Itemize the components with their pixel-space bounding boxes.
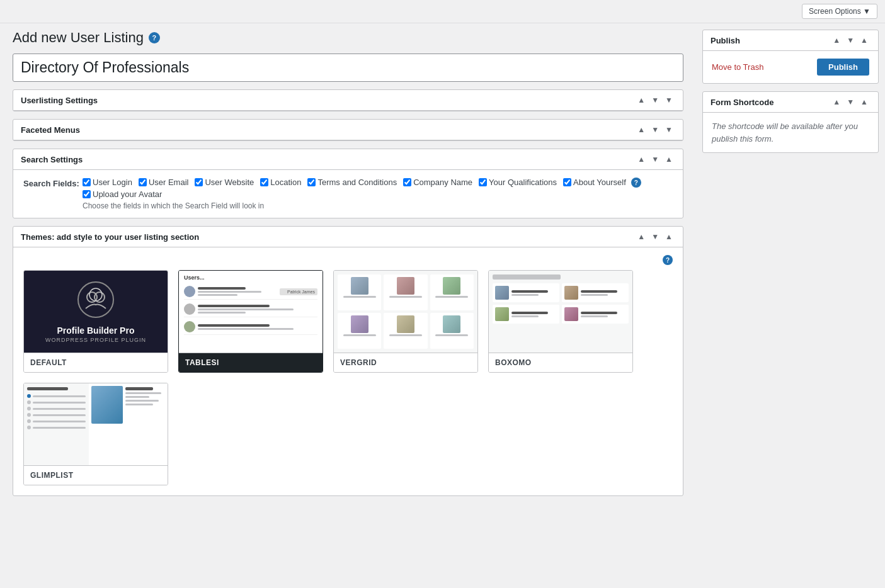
themes-toggle-btn[interactable]: ▲ [663, 232, 675, 242]
listing-title-input[interactable] [13, 54, 683, 82]
search-field-user-website[interactable]: User Website [195, 178, 254, 187]
themes-collapse-up-btn[interactable]: ▲ [635, 232, 648, 242]
publish-metabox-header[interactable]: Publish ▲ ▼ ▲ [703, 30, 878, 51]
theme-label-glimplist: GLIMPLIST [24, 465, 168, 485]
tablesi-header: Users... [184, 274, 317, 281]
userlisting-collapse-down-btn[interactable]: ▼ [649, 95, 661, 105]
shortcode-collapse-down-btn[interactable]: ▼ [844, 97, 857, 107]
default-preview-text: Profile Builder Pro [57, 325, 135, 336]
search-toggle-btn[interactable]: ▲ [663, 154, 675, 164]
search-field-user-login[interactable]: User Login [83, 178, 132, 187]
publish-collapse-up-btn[interactable]: ▲ [830, 35, 843, 45]
search-field-about-yourself[interactable]: About Yourself [563, 178, 626, 187]
theme-label-tablesi: TABLESI [179, 353, 323, 372]
faceted-toggle-btn[interactable]: ▼ [663, 125, 675, 135]
theme-card-glimplist[interactable]: GLIMPLIST [23, 383, 168, 485]
boxomo-header-bar [493, 274, 561, 280]
search-field-terms-checkbox[interactable] [307, 178, 316, 186]
boxomo-photo-1 [495, 286, 509, 300]
search-settings-title: Search Settings [21, 155, 635, 164]
themes-help-icon[interactable]: ? [663, 255, 673, 265]
vergrid-photo-4 [351, 315, 368, 333]
theme-label-default: DEFAULT [24, 353, 168, 372]
vergrid-grid-preview [334, 271, 477, 353]
themes-grid: Profile Builder Pro WORDPRESS PROFILE PL… [23, 270, 673, 485]
vergrid-card-6 [430, 313, 474, 349]
boxomo-card-1 [493, 283, 559, 302]
search-collapse-up-btn[interactable]: ▲ [635, 154, 648, 164]
search-field-upload-avatar-checkbox[interactable] [83, 190, 91, 198]
boxomo-name-4 [581, 312, 617, 314]
publish-metabox-title: Publish [711, 36, 830, 45]
search-field-qualifications[interactable]: Your Qualifications [479, 178, 557, 187]
search-field-location-checkbox[interactable] [260, 178, 268, 186]
themes-collapse-down-btn[interactable]: ▼ [649, 232, 661, 242]
search-field-user-website-checkbox[interactable] [195, 178, 203, 186]
glimplist-dot-6 [27, 426, 31, 429]
boxomo-preview-inner [489, 271, 632, 353]
tablesi-avatar-2 [184, 303, 195, 315]
glimplist-dot-2 [27, 400, 31, 404]
boxomo-photo-2 [564, 286, 578, 300]
search-field-location[interactable]: Location [260, 178, 301, 187]
publish-button[interactable]: Publish [817, 59, 869, 76]
screen-options-button[interactable]: Screen Options ▼ [802, 4, 877, 19]
default-avatar-icon [77, 281, 115, 320]
search-field-about-yourself-checkbox[interactable] [563, 178, 571, 186]
tablesi-sub-bar-2 [198, 308, 294, 310]
content-area: Add new User Listing ? Userlisting Setti… [0, 23, 696, 516]
move-to-trash-link[interactable]: Move to Trash [712, 62, 763, 72]
theme-card-boxomo[interactable]: BOXOMO [488, 270, 633, 373]
boxomo-card-4 [562, 305, 629, 324]
search-field-user-email-checkbox[interactable] [139, 178, 147, 186]
search-settings-help-icon[interactable]: ? [631, 178, 641, 188]
search-field-user-email[interactable]: User Email [139, 178, 189, 187]
boxomo-name-3 [511, 312, 548, 314]
userlisting-toggle-btn[interactable]: ▼ [663, 95, 675, 105]
search-field-qualifications-checkbox[interactable] [479, 178, 487, 186]
faceted-menus-controls: ▲ ▼ ▼ [635, 125, 675, 135]
glimplist-text-4 [33, 414, 86, 416]
theme-card-default[interactable]: Profile Builder Pro WORDPRESS PROFILE PL… [23, 270, 168, 373]
search-collapse-down-btn[interactable]: ▼ [649, 154, 661, 164]
userlisting-settings-header[interactable]: Userlisting Settings ▲ ▼ ▼ [13, 90, 683, 111]
boxomo-card-2 [562, 283, 629, 302]
vergrid-card-5 [384, 313, 427, 349]
glimplist-text-6 [33, 427, 86, 429]
vergrid-bar-3 [435, 296, 468, 298]
search-field-terms[interactable]: Terms and Conditions [307, 178, 397, 187]
glimplist-dot-5 [27, 419, 31, 423]
boxomo-photo-4 [564, 307, 578, 321]
faceted-collapse-down-btn[interactable]: ▼ [649, 125, 661, 135]
tablesi-sub-bar-1b [198, 294, 237, 296]
search-field-user-login-checkbox[interactable] [83, 178, 91, 186]
vergrid-bar-6 [435, 334, 468, 336]
search-field-company-name-checkbox[interactable] [403, 178, 411, 186]
theme-card-tablesi[interactable]: Users... Patrick James [178, 270, 323, 373]
glimplist-dot-4 [27, 413, 31, 417]
publish-toggle-btn[interactable]: ▲ [858, 35, 871, 45]
tablesi-row-2 [184, 302, 317, 317]
search-field-upload-avatar[interactable]: Upload your Avatar [83, 189, 162, 199]
form-shortcode-header[interactable]: Form Shortcode ▲ ▼ ▲ [703, 92, 878, 113]
faceted-collapse-up-btn[interactable]: ▲ [635, 125, 648, 135]
search-field-company-name[interactable]: Company Name [403, 178, 472, 187]
shortcode-collapse-up-btn[interactable]: ▲ [830, 97, 843, 107]
vergrid-photo-3 [443, 277, 460, 295]
glp-sub5 [125, 404, 153, 405]
theme-card-vergrid[interactable]: VERGRID [333, 270, 478, 373]
search-settings-header[interactable]: Search Settings ▲ ▼ ▲ [13, 149, 683, 170]
themes-metabox-header[interactable]: Themes: add style to your user listing s… [13, 227, 683, 247]
glimplist-text-1 [33, 395, 86, 397]
faceted-menus-header[interactable]: Faceted Menus ▲ ▼ ▼ [13, 120, 683, 140]
glp-sub2 [125, 392, 161, 394]
publish-collapse-down-btn[interactable]: ▼ [844, 35, 857, 45]
shortcode-toggle-btn[interactable]: ▲ [858, 97, 871, 107]
search-fields-row: Search Fields: User Login User Email [23, 178, 626, 210]
glimplist-row-1 [27, 394, 86, 398]
userlisting-collapse-up-btn[interactable]: ▲ [635, 95, 648, 105]
theme-preview-glimplist [24, 383, 168, 465]
theme-preview-vergrid [334, 271, 477, 353]
page-title-help-icon[interactable]: ? [149, 32, 160, 43]
search-fields-content: User Login User Email User Website [83, 178, 626, 210]
